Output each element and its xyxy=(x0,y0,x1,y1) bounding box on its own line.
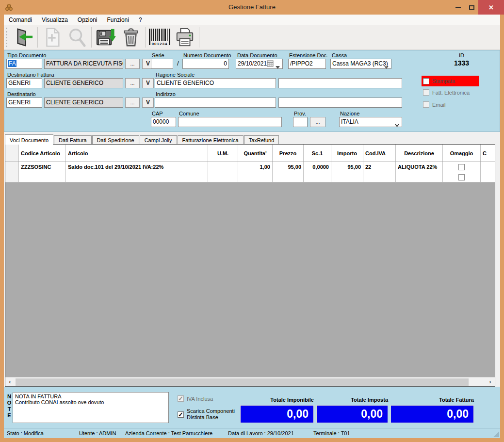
cell-cod-iva[interactable] xyxy=(363,172,396,182)
email-checkbox[interactable]: Email xyxy=(423,101,446,108)
grid-header-omaggio[interactable]: Omaggio xyxy=(443,145,481,162)
minimize-button[interactable] xyxy=(451,0,465,15)
table-row[interactable] xyxy=(5,172,495,182)
barcode-button[interactable]: 001234 xyxy=(147,26,172,49)
totale-imposta-label: Totale Imposta xyxy=(316,397,388,403)
grid-header-cod-iva[interactable]: Cod.IVA xyxy=(363,145,396,162)
grid-header-um[interactable]: U.M. xyxy=(208,145,238,162)
ragione-sociale-2-input[interactable] xyxy=(278,78,402,88)
save-button[interactable] xyxy=(93,26,118,49)
cell-descrizione[interactable]: ALIQUOTA 22% xyxy=(396,162,443,172)
grid-header-descrizione[interactable]: Descrizione xyxy=(396,145,443,162)
destinatario-fattura-view-button[interactable]: V xyxy=(142,78,154,88)
cell-um[interactable] xyxy=(208,162,238,172)
numero-documento-input[interactable]: 0 xyxy=(182,59,229,69)
resize-grip[interactable] xyxy=(493,431,499,437)
tab-voci-documento[interactable]: Voci Documento xyxy=(5,134,53,145)
data-documento-input[interactable]: 29/10/2021 xyxy=(236,59,283,69)
grid-header-importo[interactable]: Importo xyxy=(331,145,363,162)
fatt-elettronica-checkbox[interactable]: Fatt. Elettronica xyxy=(423,89,470,96)
cell-cod-iva[interactable]: 22 xyxy=(363,162,396,172)
maximize-button[interactable] xyxy=(465,0,478,15)
cell-omaggio xyxy=(443,172,481,182)
tab-dati-fattura[interactable]: Dati Fattura xyxy=(54,135,91,144)
menu-funzioni[interactable]: Funzioni xyxy=(102,15,134,25)
tab-fatturazione-elettronica[interactable]: Fatturazione Elettronica xyxy=(178,135,244,144)
exit-icon xyxy=(13,27,33,48)
stampata-label: Stampata xyxy=(432,78,455,84)
exit-button[interactable] xyxy=(11,26,36,49)
tab-taxrefund[interactable]: TaxRefund xyxy=(244,135,279,144)
cell-codice[interactable] xyxy=(19,172,66,182)
grid-header-quantita[interactable]: Quantita' xyxy=(238,145,273,162)
note-textarea[interactable]: NOTA IN FATTURA Contributo CONAI assolto… xyxy=(13,392,169,423)
new-document-button[interactable] xyxy=(39,26,65,49)
serie-input[interactable] xyxy=(151,59,173,69)
toolbar-separator xyxy=(199,27,199,48)
cell-quantita[interactable] xyxy=(238,172,273,182)
status-stato: Stato : Modifica xyxy=(7,430,44,436)
cell-sc1[interactable]: 0,0000 xyxy=(304,162,331,172)
scroll-left-arrow[interactable]: ‹ xyxy=(5,377,15,387)
print-button[interactable] xyxy=(172,26,197,49)
comune-label: Comune xyxy=(179,111,199,116)
cell-descrizione[interactable] xyxy=(396,172,443,182)
estensione-doc-input[interactable]: /PIPPO2 xyxy=(288,59,326,69)
tipo-documento-label: Tipo Documento xyxy=(7,52,46,58)
grid-header-articolo[interactable]: Articolo xyxy=(66,145,208,162)
nazione-label: Nazione xyxy=(340,111,359,116)
row-selector[interactable] xyxy=(5,162,19,172)
cell-importo[interactable]: 95,00 xyxy=(331,162,363,172)
maximize-icon xyxy=(469,5,474,10)
tab-dati-spedizione[interactable]: Dati Spedizione xyxy=(92,135,139,144)
delete-button[interactable] xyxy=(118,26,144,49)
indirizzo-input[interactable] xyxy=(155,98,276,108)
cell-codice[interactable]: ZZZSOSINC xyxy=(19,162,66,172)
destinatario-view-button[interactable]: V xyxy=(142,98,154,108)
grid-header-codice[interactable]: Codice Articolo xyxy=(19,145,66,162)
omaggio-checkbox[interactable] xyxy=(458,174,465,180)
destinatario-fattura-description-field: CLIENTE GENERICO xyxy=(44,78,123,88)
cell-last[interactable] xyxy=(481,162,495,172)
cell-um[interactable] xyxy=(208,172,238,182)
grid-header-sc1[interactable]: Sc.1 xyxy=(304,145,331,162)
totale-fattura-label: Totale Fattura xyxy=(390,397,474,403)
cell-importo[interactable] xyxy=(331,172,363,182)
prov-browse-button[interactable]: ... xyxy=(310,117,325,127)
prov-input[interactable] xyxy=(293,117,308,127)
search-button[interactable] xyxy=(65,26,90,49)
close-button[interactable]: ✕ xyxy=(478,0,504,15)
cap-input[interactable]: 00000 xyxy=(151,117,176,127)
destinatario-fattura-code-input[interactable]: GENERI xyxy=(6,78,42,88)
omaggio-checkbox[interactable] xyxy=(458,164,465,170)
destinatario-code-input[interactable]: GENERI xyxy=(6,98,42,108)
menu-help[interactable]: ? xyxy=(134,15,147,25)
tipo-documento-code-input[interactable]: FA xyxy=(6,59,42,69)
cell-articolo[interactable]: Saldo doc.101 del 29/10/2021 IVA:22% xyxy=(66,162,208,172)
cell-articolo[interactable] xyxy=(66,172,208,182)
tab-campi-jolly[interactable]: Campi Jolly xyxy=(140,135,177,144)
scroll-right-arrow[interactable]: › xyxy=(486,377,495,387)
grid-header-last[interactable]: C xyxy=(481,145,495,162)
tipo-documento-browse-button[interactable]: ... xyxy=(125,59,140,69)
cell-prezzo[interactable]: 95,00 xyxy=(273,162,304,172)
ragione-sociale-input[interactable]: CLIENTE GENERICO xyxy=(155,78,276,88)
cassa-select[interactable]: Cassa MAGA3 (RC3) xyxy=(330,59,391,69)
menu-opzioni[interactable]: Opzioni xyxy=(73,15,102,25)
menu-comandi[interactable]: Comandi xyxy=(4,15,37,25)
row-selector[interactable] xyxy=(5,172,19,182)
comune-input[interactable] xyxy=(178,117,282,127)
destinatario-browse-button[interactable]: ... xyxy=(125,98,140,108)
cell-sc1[interactable] xyxy=(304,172,331,182)
indirizzo-2-input[interactable] xyxy=(278,98,402,108)
destinatario-fattura-browse-button[interactable]: ... xyxy=(125,78,140,88)
stampata-checkbox[interactable]: Stampata xyxy=(422,76,479,86)
grid-header-prezzo[interactable]: Prezzo xyxy=(273,145,304,162)
table-row[interactable]: ZZZSOSINC Saldo doc.101 del 29/10/2021 I… xyxy=(5,162,495,172)
nazione-select[interactable]: ITALIA xyxy=(339,117,402,127)
cell-last[interactable] xyxy=(481,172,495,182)
scrollbar-thumb[interactable] xyxy=(16,378,469,386)
cell-quantita[interactable]: 1,00 xyxy=(238,162,273,172)
menu-visualizza[interactable]: Visualizza xyxy=(37,15,73,25)
cell-prezzo[interactable] xyxy=(273,172,304,182)
